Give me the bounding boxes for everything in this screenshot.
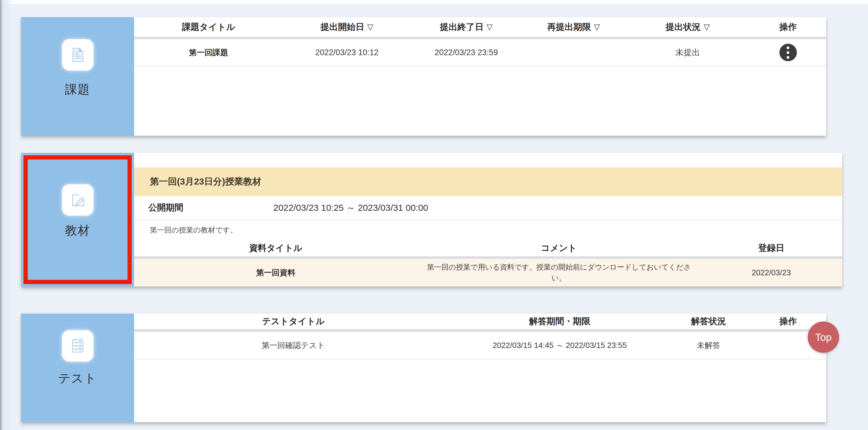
tile-label-assignments: 課題 <box>21 81 134 98</box>
sidebar-tile-tests[interactable]: テスト <box>21 314 134 422</box>
assignment-end: 2022/03/23 23:59 <box>411 48 521 57</box>
material-title: 第一回資料 <box>134 267 417 278</box>
document-icon <box>62 39 93 70</box>
materials-description: 第一回の授業の教材です。 <box>134 220 842 240</box>
col-header-answer-status: 解答状況 <box>667 315 750 327</box>
materials-section-title: 第一回(3月23日分)授業教材 <box>134 167 842 196</box>
tile-label-tests: テスト <box>21 370 134 386</box>
col-header-material-title: 資料タイトル <box>134 242 417 254</box>
test-period: 2022/03/15 14:45 ～ 2022/03/15 23:55 <box>453 340 667 351</box>
materials-section: 教材 第一回(3月23日分)授業教材 公開期間 2022/03/23 10:25… <box>21 153 842 286</box>
assignments-table: 課題タイトル 提出開始日▽ 提出終了日▽ 再提出期限▽ 提出状況▽ 操作 第一回… <box>134 17 826 136</box>
page-left-edge <box>0 0 13 430</box>
sidebar-tile-assignments[interactable]: 課題 <box>21 17 134 136</box>
materials-content: 第一回(3月23日分)授業教材 公開期間 2022/03/23 10:25 ～ … <box>134 153 842 286</box>
col-header-actions: 操作 <box>750 21 826 33</box>
tests-section: テスト テストタイトル 解答期間・期限 解答状況 操作 第一回確認テスト 202… <box>21 314 826 422</box>
tests-table-header: テストタイトル 解答期間・期限 解答状況 操作 <box>134 314 826 332</box>
assignment-status: 未提出 <box>625 47 750 58</box>
col-header-answer-period: 解答期間・期限 <box>453 315 667 327</box>
kebab-menu-icon[interactable] <box>779 44 797 61</box>
assignment-row: 第一回課題 2022/03/23 10:12 2022/03/23 23:59 … <box>134 39 826 66</box>
edit-icon <box>62 184 93 216</box>
material-registered-date: 2022/03/23 <box>701 268 842 278</box>
assignment-start: 2022/03/23 10:12 <box>283 48 411 57</box>
materials-table-header: 資料タイトル コメント 登録日 <box>134 240 842 259</box>
col-header-registered-date: 登録日 <box>701 242 842 254</box>
page-top-strip <box>2 0 868 4</box>
col-header-assignment-title: 課題タイトル <box>134 21 283 33</box>
course-content-page: 課題 課題タイトル 提出開始日▽ 提出終了日▽ 再提出期限▽ 提出状況▽ 操作 … <box>0 0 868 430</box>
assignment-title: 第一回課題 <box>134 47 283 58</box>
tile-label-materials: 教材 <box>21 222 134 239</box>
materials-top-spacer <box>134 153 842 167</box>
col-header-submit-end[interactable]: 提出終了日▽ <box>411 21 521 33</box>
assignments-section: 課題 課題タイトル 提出開始日▽ 提出終了日▽ 再提出期限▽ 提出状況▽ 操作 … <box>21 17 826 136</box>
col-header-submit-status[interactable]: 提出状況▽ <box>625 21 750 33</box>
col-header-resubmit-deadline[interactable]: 再提出期限▽ <box>522 21 625 33</box>
material-comment-cell: 第一回の授業で用いる資料です。授業の開始前にダウンロードしておいてください。 <box>417 262 701 283</box>
sort-desc-icon: ▽ <box>704 22 710 32</box>
sort-desc-icon: ▽ <box>594 22 600 32</box>
col-header-test-title: テストタイトル <box>134 315 453 327</box>
material-row: 第一回資料 第一回の授業で用いる資料です。授業の開始前にダウンロードしておいてく… <box>134 259 842 286</box>
period-value: 2022/03/23 10:25 ～ 2023/03/31 00:00 <box>273 202 428 214</box>
checklist-icon <box>62 330 93 362</box>
test-title: 第一回確認テスト <box>134 340 453 351</box>
test-status: 未解答 <box>667 340 750 351</box>
material-comment: 第一回の授業で用いる資料です。授業の開始前にダウンロードしておいてください。 <box>423 262 694 283</box>
col-header-comment: コメント <box>417 242 701 254</box>
action-highlight-box <box>24 155 132 284</box>
assignments-table-header: 課題タイトル 提出開始日▽ 提出終了日▽ 再提出期限▽ 提出状況▽ 操作 <box>134 17 826 39</box>
scroll-to-top-button[interactable]: Top <box>808 321 839 353</box>
sidebar-tile-materials[interactable]: 教材 <box>21 153 134 286</box>
assignment-actions-cell <box>750 44 826 61</box>
tests-table: テストタイトル 解答期間・期限 解答状況 操作 第一回確認テスト 2022/03… <box>134 314 826 422</box>
col-header-submit-start[interactable]: 提出開始日▽ <box>283 21 411 33</box>
test-row: 第一回確認テスト 2022/03/15 14:45 ～ 2022/03/15 2… <box>134 332 826 360</box>
materials-period-row: 公開期間 2022/03/23 10:25 ～ 2023/03/31 00:00 <box>134 196 842 220</box>
period-label: 公開期間 <box>134 202 273 214</box>
sort-desc-icon: ▽ <box>367 22 373 32</box>
sort-desc-icon: ▽ <box>487 22 493 32</box>
